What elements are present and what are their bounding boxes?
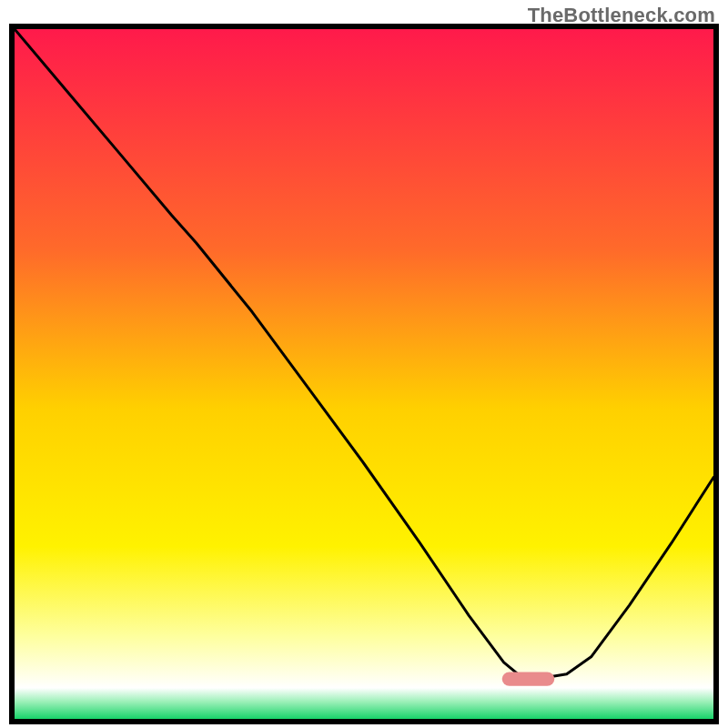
bottleneck-chart (15, 29, 713, 719)
optimal-marker (502, 672, 555, 686)
chart-frame (9, 24, 719, 724)
gradient-background (15, 29, 713, 719)
